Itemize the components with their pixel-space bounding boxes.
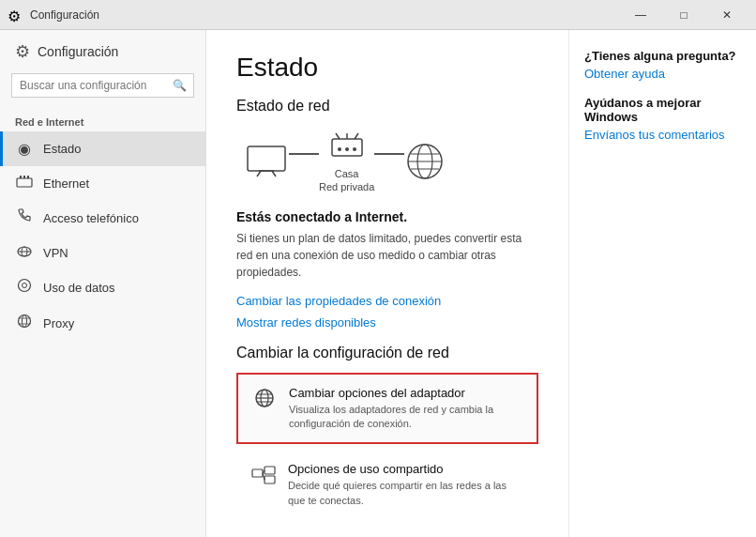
svg-rect-0	[17, 178, 32, 187]
search-input[interactable]	[11, 73, 194, 98]
net-line-1	[289, 153, 319, 155]
svg-rect-1	[20, 176, 22, 178]
ethernet-icon	[15, 175, 34, 192]
sidebar-header: ⚙ Configuración	[0, 30, 205, 69]
connected-text: Estás conectado a Internet.	[236, 209, 538, 224]
compartido-title: Opciones de uso compartido	[288, 462, 524, 476]
network-section-title: Estado de red	[236, 98, 538, 115]
pc-icon	[244, 145, 289, 178]
page-title: Estado	[236, 53, 538, 83]
net-line-2	[374, 153, 404, 155]
adaptador-desc: Visualiza los adaptadores de red y cambi…	[289, 403, 523, 432]
improve-label: Ayúdanos a mejorar Windows	[584, 96, 741, 124]
feedback-section: Ayúdanos a mejorar Windows Envíanos tus …	[584, 96, 741, 142]
feedback-link[interactable]: Envíanos tus comentarios	[584, 128, 741, 142]
svg-rect-34	[252, 469, 263, 477]
svg-point-21	[338, 147, 341, 151]
mostrar-redes-link[interactable]: Mostrar redes disponibles	[236, 315, 538, 330]
main-content: Estado Estado de red	[206, 30, 568, 537]
network-diagram: CasaRed privada	[244, 130, 538, 194]
app-icon: ⚙	[8, 8, 23, 23]
router-icon	[328, 130, 366, 163]
svg-point-9	[19, 315, 31, 328]
sidebar-header-icon: ⚙	[15, 41, 30, 62]
svg-line-18	[336, 133, 340, 139]
estado-icon: ◉	[15, 140, 34, 158]
sidebar-item-label-acceso: Acceso telefónico	[43, 211, 139, 225]
sidebar: ⚙ Configuración 🔍 Red e Internet ◉ Estad…	[0, 30, 206, 537]
sidebar-item-label-proxy: Proxy	[43, 316, 74, 330]
svg-rect-2	[23, 176, 25, 178]
maximize-button[interactable]: □	[662, 0, 705, 30]
compartido-icon	[250, 464, 277, 490]
svg-line-15	[257, 171, 261, 176]
sidebar-item-estado[interactable]: ◉ Estado	[0, 131, 205, 166]
minimize-button[interactable]: —	[619, 0, 662, 30]
router-label: CasaRed privada	[319, 167, 374, 194]
help-section: ¿Tienes alguna pregunta? Obtener ayuda	[584, 49, 741, 81]
right-panel: ¿Tienes alguna pregunta? Obtener ayuda A…	[568, 30, 756, 537]
sidebar-item-uso-datos[interactable]: Uso de datos	[0, 269, 205, 305]
data-icon	[15, 278, 34, 297]
title-bar-left: ⚙ Configuración	[8, 8, 99, 23]
compartido-content: Opciones de uso compartido Decide qué qu…	[288, 462, 524, 508]
help-link[interactable]: Obtener ayuda	[584, 67, 741, 81]
connected-desc: Si tienes un plan de datos limitado, pue…	[236, 230, 538, 281]
globe-icon	[404, 141, 446, 182]
adaptador-content: Cambiar opciones del adaptador Visualiza…	[289, 386, 523, 432]
sidebar-section-label: Red e Internet	[0, 109, 205, 131]
sidebar-item-proxy[interactable]: Proxy	[0, 305, 205, 341]
app-body: ⚙ Configuración 🔍 Red e Internet ◉ Estad…	[0, 30, 756, 537]
svg-rect-13	[248, 146, 285, 171]
svg-rect-35	[265, 467, 275, 474]
phone-icon	[15, 208, 34, 227]
svg-rect-3	[27, 176, 29, 178]
adaptador-icon	[251, 388, 278, 414]
sidebar-item-acceso-telefonico[interactable]: Acceso telefónico	[0, 200, 205, 236]
svg-line-16	[272, 171, 276, 176]
proxy-icon	[15, 314, 34, 332]
cambiar-propiedades-link[interactable]: Cambiar las propiedades de conexión	[236, 294, 538, 308]
router-node: CasaRed privada	[319, 130, 374, 194]
svg-point-8	[23, 284, 27, 288]
vpn-icon	[15, 244, 34, 261]
svg-line-20	[355, 133, 358, 139]
sidebar-item-label-estado: Estado	[43, 142, 81, 156]
cambiar-config-title: Cambiar la configuración de red	[236, 345, 538, 361]
option-cambiar-adaptador[interactable]: Cambiar opciones del adaptador Visualiza…	[236, 373, 538, 445]
sidebar-header-title: Configuración	[38, 44, 118, 59]
sidebar-item-label-vpn: VPN	[43, 246, 68, 260]
compartido-desc: Decide qué quieres compartir en las rede…	[288, 479, 524, 508]
close-button[interactable]: ✕	[705, 0, 748, 30]
option-uso-compartido[interactable]: Opciones de uso compartido Decide qué qu…	[236, 450, 538, 520]
question-label: ¿Tienes alguna pregunta?	[584, 49, 741, 63]
search-icon: 🔍	[173, 79, 187, 92]
svg-rect-36	[265, 476, 275, 483]
pc-node	[244, 145, 289, 178]
adaptador-title: Cambiar opciones del adaptador	[289, 386, 523, 400]
sidebar-item-label-ethernet: Ethernet	[43, 176, 89, 191]
svg-point-23	[353, 147, 356, 151]
sidebar-item-label-uso: Uso de datos	[43, 281, 115, 295]
title-bar-title: Configuración	[30, 8, 99, 22]
option-solucionador[interactable]: Solucionador de problemas de red Diagnos…	[236, 526, 538, 537]
svg-point-10	[23, 315, 27, 328]
sidebar-search[interactable]: 🔍	[11, 73, 194, 98]
globe-node	[404, 141, 446, 182]
svg-point-22	[345, 147, 349, 151]
sidebar-item-ethernet[interactable]: Ethernet	[0, 166, 205, 200]
title-bar: ⚙ Configuración — □ ✕	[0, 0, 756, 30]
title-bar-controls: — □ ✕	[619, 0, 748, 30]
svg-point-7	[19, 280, 31, 292]
sidebar-item-vpn[interactable]: VPN	[0, 236, 205, 269]
